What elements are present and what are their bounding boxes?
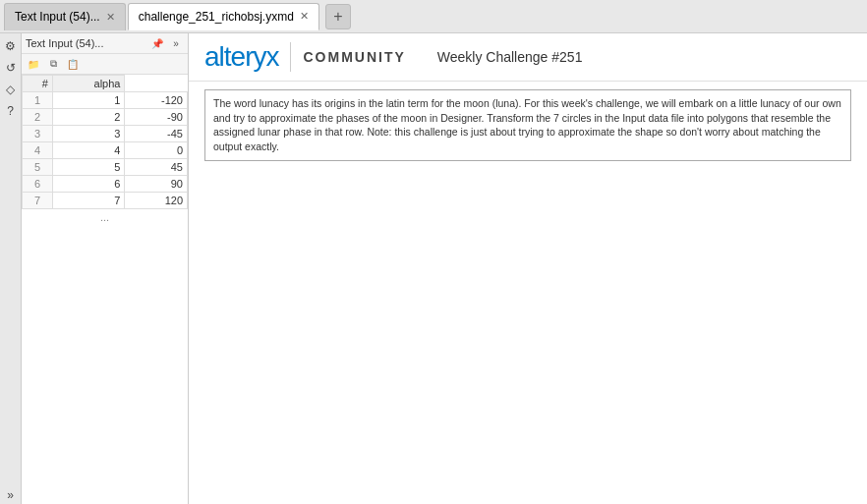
table-row: 7 7 120 — [23, 193, 188, 209]
row-num: 3 — [23, 126, 53, 142]
row-value: -120 — [125, 92, 188, 109]
data-table: # alpha 1 1 -120 2 2 -90 3 3 -45 4 4 0 5… — [22, 75, 188, 209]
alteryx-logo: alteryx — [204, 41, 278, 73]
copy-icon[interactable]: ⧉ — [45, 56, 61, 72]
description-text: The word lunacy has its origins in the l… — [213, 97, 841, 152]
table-row: 4 4 0 — [23, 142, 188, 159]
main-layout: ⚙ ↺ ◇ ? » Text Input (54)... 📌 » 📁 ⧉ 📋 # — [0, 33, 867, 504]
row-num: 4 — [23, 142, 53, 159]
table-row: 3 3 -45 — [23, 126, 188, 142]
row-num: 2 — [23, 109, 53, 126]
challenge-text: Weekly Challenge #251 — [437, 49, 583, 65]
row-value: 0 — [125, 142, 188, 159]
tab-text-input[interactable]: Text Input (54)... ✕ — [4, 3, 126, 30]
col-alpha: alpha — [52, 76, 125, 92]
tab-challenge-label: challenge_251_richobsj.yxmd — [139, 10, 294, 24]
table-ellipsis: ... — [22, 209, 188, 225]
sidebar-tools: ⚙ ↺ ◇ ? » — [0, 33, 22, 504]
row-value: 45 — [125, 159, 188, 176]
row-num-val: 3 — [52, 126, 125, 142]
folder-icon[interactable]: 📁 — [26, 56, 41, 72]
tab-challenge-close[interactable]: ✕ — [300, 11, 309, 22]
row-num: 1 — [23, 92, 53, 109]
header-divider — [290, 42, 291, 72]
table-row: 2 2 -90 — [23, 109, 188, 126]
row-num: 5 — [23, 159, 53, 176]
clipboard-icon[interactable]: 📋 — [65, 56, 81, 72]
description-box: The word lunacy has its origins in the l… — [204, 89, 851, 161]
tab-text-input-label: Text Input (54)... — [15, 10, 100, 24]
left-panel-title: Text Input (54)... — [26, 37, 103, 49]
table-row: 6 6 90 — [23, 176, 188, 193]
panel-more-icon[interactable]: » — [168, 35, 184, 51]
row-num-val: 5 — [52, 159, 125, 176]
canvas-area: alteryx COMMUNITY Weekly Challenge #251 … — [189, 33, 867, 504]
left-panel: Text Input (54)... 📌 » 📁 ⧉ 📋 # alpha 1 — [22, 33, 189, 504]
tab-bar: Text Input (54)... ✕ challenge_251_richo… — [0, 0, 867, 33]
row-value: -45 — [125, 126, 188, 142]
col-hash: # — [23, 76, 53, 92]
tag-icon[interactable]: ◇ — [2, 81, 20, 98]
row-value: -90 — [125, 109, 188, 126]
help-icon[interactable]: ? — [2, 102, 20, 120]
table-row: 5 5 45 — [23, 159, 188, 176]
tab-text-input-close[interactable]: ✕ — [106, 12, 115, 23]
left-panel-icons: 📌 » — [149, 35, 184, 51]
refresh-icon[interactable]: ↺ — [2, 59, 20, 77]
tab-challenge[interactable]: challenge_251_richobsj.yxmd ✕ — [128, 3, 319, 30]
panel-toolbar: 📁 ⧉ 📋 — [22, 54, 188, 75]
row-num: 7 — [23, 193, 53, 209]
tab-add-button[interactable]: + — [325, 4, 351, 29]
left-panel-header: Text Input (54)... 📌 » — [22, 33, 188, 54]
settings-icon[interactable]: ⚙ — [2, 37, 20, 55]
data-table-container[interactable]: # alpha 1 1 -120 2 2 -90 3 3 -45 4 4 0 5… — [22, 75, 188, 504]
row-num-val: 2 — [52, 109, 125, 126]
row-num-val: 4 — [52, 142, 125, 159]
alteryx-header: alteryx COMMUNITY Weekly Challenge #251 — [189, 33, 867, 82]
row-num-val: 6 — [52, 176, 125, 193]
row-num-val: 7 — [52, 193, 125, 209]
row-value: 120 — [125, 193, 188, 209]
row-num: 6 — [23, 176, 53, 193]
row-num-val: 1 — [52, 92, 125, 109]
row-value: 90 — [125, 176, 188, 193]
table-row: 1 1 -120 — [23, 92, 188, 109]
community-text: COMMUNITY — [303, 49, 405, 65]
more-icon[interactable]: » — [2, 486, 20, 504]
pin-icon[interactable]: 📌 — [149, 35, 165, 51]
